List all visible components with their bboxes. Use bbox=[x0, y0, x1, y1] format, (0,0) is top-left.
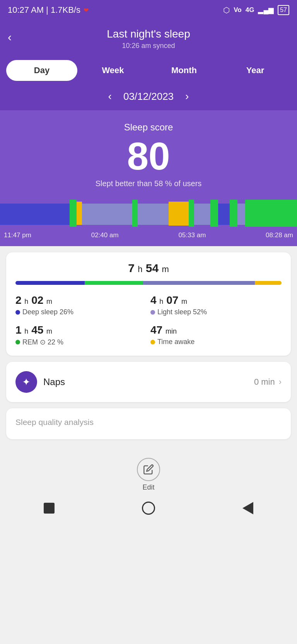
tab-day[interactable]: Day bbox=[6, 60, 77, 81]
network-icon: 4G bbox=[246, 6, 254, 14]
awake-value: 47 bbox=[150, 324, 162, 336]
deep-sleep-dot bbox=[15, 310, 20, 315]
svg-rect-7 bbox=[189, 200, 194, 227]
svg-rect-10 bbox=[218, 204, 230, 225]
sleep-timeline: 11:47 pm 02:40 am 05:33 am 08:28 am bbox=[0, 196, 297, 246]
naps-info: ✦ Naps bbox=[15, 371, 65, 393]
duration-hours: 7 bbox=[128, 262, 135, 274]
sleep-score-comparison: Slept better than 58 % of users bbox=[0, 179, 297, 188]
sleep-score-label: Sleep score bbox=[0, 122, 297, 133]
total-duration: 7 h 54 m bbox=[15, 262, 282, 275]
rem-m-unit: m bbox=[46, 327, 52, 335]
nav-square-icon bbox=[44, 503, 55, 514]
light-sleep-stat: 4 h 07 m Light sleep 52% bbox=[150, 294, 282, 316]
svg-rect-4 bbox=[132, 200, 138, 227]
light-sleep-label: Light sleep 52% bbox=[157, 308, 207, 316]
sleep-quality-label: Sleep quality analysis bbox=[15, 418, 282, 427]
sleep-progress-bar bbox=[15, 281, 282, 285]
awake-dot bbox=[150, 340, 155, 344]
timeline-chart bbox=[0, 200, 297, 227]
deep-sleep-h-unit: h bbox=[24, 298, 28, 305]
rem-sleep-stat: 1 h 45 m REM ⊙ 22 % bbox=[15, 324, 147, 346]
nav-back-button[interactable] bbox=[242, 502, 253, 514]
light-sleep-minutes: 07 bbox=[166, 294, 178, 306]
tab-month[interactable]: Month bbox=[148, 60, 220, 81]
duration-m-unit: m bbox=[162, 264, 169, 274]
naps-icon: ✦ bbox=[15, 371, 37, 393]
svg-rect-8 bbox=[194, 204, 210, 225]
svg-rect-3 bbox=[82, 204, 132, 225]
page-title: Last night's sleep bbox=[0, 28, 297, 40]
tab-week[interactable]: Week bbox=[77, 60, 148, 81]
svg-rect-5 bbox=[138, 204, 169, 225]
timeline-label-2: 05:33 am bbox=[178, 231, 206, 239]
rem-h-unit: h bbox=[24, 327, 28, 335]
svg-rect-0 bbox=[0, 204, 70, 225]
awake-label: Time awake bbox=[157, 338, 195, 346]
next-date-button[interactable]: › bbox=[185, 90, 189, 103]
deep-sleep-label: Deep sleep 26% bbox=[22, 308, 73, 316]
svg-rect-2 bbox=[77, 202, 82, 225]
sleep-score-value: 80 bbox=[0, 137, 297, 175]
current-date: 03/12/2023 bbox=[123, 91, 174, 103]
svg-rect-12 bbox=[237, 204, 245, 225]
edit-svg-icon bbox=[143, 464, 154, 475]
bluetooth-icon: ⬡ bbox=[223, 5, 230, 15]
rem-sleep-bar bbox=[85, 281, 143, 285]
sleep-duration-card: 7 h 54 m 2 h 02 m bbox=[6, 252, 291, 356]
light-sleep-bar bbox=[143, 281, 255, 285]
battery-level: 57 bbox=[280, 7, 287, 14]
awake-stat: 47 min Time awake bbox=[150, 324, 282, 346]
volte-icon: Vo bbox=[234, 6, 241, 14]
date-navigation: ‹ 03/12/2023 › bbox=[0, 81, 297, 110]
light-sleep-hours: 4 bbox=[150, 294, 157, 306]
naps-label: Naps bbox=[43, 377, 65, 387]
timeline-label-0: 11:47 pm bbox=[4, 231, 31, 239]
rem-label: REM ⊙ 22 % bbox=[22, 338, 63, 346]
svg-rect-13 bbox=[245, 200, 257, 227]
back-button[interactable]: ‹ bbox=[8, 31, 12, 44]
tab-year[interactable]: Year bbox=[220, 60, 291, 81]
svg-rect-6 bbox=[169, 202, 189, 226]
svg-rect-1 bbox=[70, 200, 77, 227]
nav-triangle-icon bbox=[242, 502, 253, 514]
nav-recent-apps-button[interactable] bbox=[44, 503, 55, 514]
duration-minutes: 54 bbox=[146, 262, 159, 274]
rem-dot bbox=[15, 340, 20, 344]
deep-sleep-stat: 2 h 02 m Deep sleep 26% bbox=[15, 294, 147, 316]
status-icons: ⬡ Vo 4G ▂▄▆ 57 bbox=[223, 5, 289, 15]
svg-rect-11 bbox=[230, 200, 237, 227]
nav-home-button[interactable] bbox=[142, 502, 155, 515]
sleep-score-section: Sleep score 80 Slept better than 58 % of… bbox=[0, 110, 297, 196]
sleep-quality-card: Sleep quality analysis bbox=[6, 408, 291, 439]
light-sleep-m-unit: m bbox=[181, 298, 187, 305]
rem-minutes: 45 bbox=[31, 324, 43, 336]
sleep-stats-grid: 2 h 02 m Deep sleep 26% 4 h 07 bbox=[15, 294, 282, 346]
tab-bar: Day Week Month Year bbox=[0, 54, 297, 81]
battery-icon: 57 bbox=[278, 5, 289, 15]
timeline-label-3: 08:28 am bbox=[266, 231, 293, 239]
edit-label: Edit bbox=[142, 483, 154, 492]
prev-date-button[interactable]: ‹ bbox=[108, 90, 112, 103]
nav-circle-icon bbox=[142, 502, 155, 515]
signal-icon: ❤ bbox=[84, 7, 89, 14]
edit-button[interactable]: Edit bbox=[137, 458, 160, 492]
time-text: 10:27 AM | 1.7KB/s bbox=[8, 5, 80, 15]
light-sleep-h-unit: h bbox=[159, 298, 163, 305]
status-time: 10:27 AM | 1.7KB/s ❤ bbox=[8, 5, 89, 15]
light-sleep-dot bbox=[150, 310, 155, 315]
deep-sleep-hours: 2 bbox=[15, 294, 22, 306]
naps-chevron-icon: › bbox=[279, 377, 282, 387]
nav-bar bbox=[0, 495, 297, 524]
bottom-edit-bar: Edit bbox=[0, 452, 297, 495]
edit-icon bbox=[137, 458, 160, 481]
awake-bar bbox=[255, 281, 282, 285]
timeline-label-1: 02:40 am bbox=[91, 231, 119, 239]
naps-star-icon: ✦ bbox=[22, 376, 31, 388]
naps-card[interactable]: ✦ Naps 0 min › bbox=[6, 362, 291, 402]
deep-sleep-minutes: 02 bbox=[31, 294, 43, 306]
rem-hours: 1 bbox=[15, 324, 22, 336]
duration-h-unit: h bbox=[138, 264, 142, 274]
svg-rect-9 bbox=[210, 200, 218, 227]
awake-unit: min bbox=[166, 327, 177, 335]
